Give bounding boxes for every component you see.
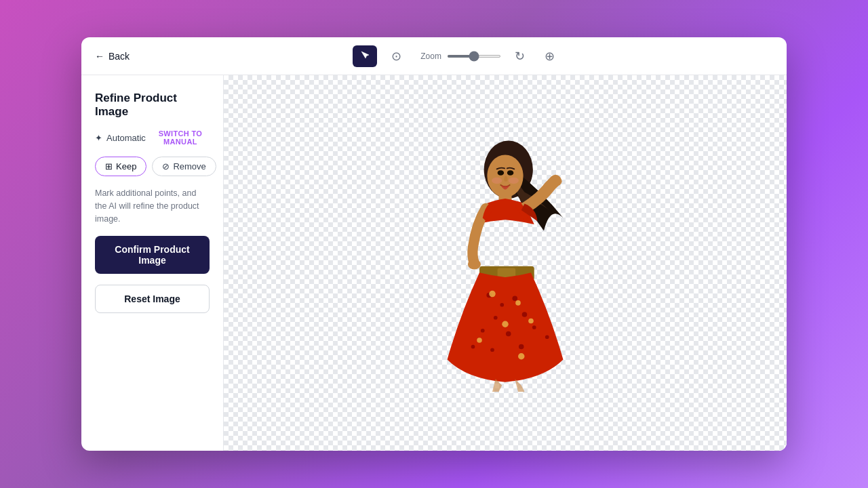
svg-point-26 <box>509 178 519 184</box>
svg-point-24 <box>507 170 514 176</box>
back-arrow-icon: ← <box>95 51 104 62</box>
svg-point-12 <box>532 325 536 329</box>
svg-point-18 <box>515 300 521 306</box>
svg-point-19 <box>502 321 509 328</box>
svg-point-8 <box>494 316 498 320</box>
remove-label: Remove <box>173 161 205 171</box>
hint-text: Mark additional points, and the AI will … <box>95 187 210 225</box>
svg-point-6 <box>500 303 504 307</box>
svg-point-21 <box>528 319 534 324</box>
toolbar: ← Back ⊙ Zoom ↻ ⊕ <box>81 37 787 75</box>
automatic-mode-label: ✦ Automatic <box>95 133 146 143</box>
zoom-label: Zoom <box>420 52 441 61</box>
confirm-button[interactable]: Confirm Product Image <box>95 236 210 274</box>
svg-point-23 <box>498 170 505 176</box>
svg-point-20 <box>477 338 482 343</box>
sidebar: Refine Product Image ✦ Automatic SWITCH … <box>81 75 224 451</box>
product-image-container <box>390 134 620 392</box>
svg-point-28 <box>468 259 481 269</box>
back-label: Back <box>108 51 130 62</box>
action-buttons: ⊞ Keep ⊘ Remove <box>95 157 210 176</box>
mode-text: Automatic <box>106 133 146 143</box>
zoom-slider[interactable] <box>447 55 501 58</box>
zoom-control: Zoom <box>420 52 501 61</box>
toolbar-center: ⊙ Zoom ↻ ⊕ <box>140 45 773 67</box>
app-window: ← Back ⊙ Zoom ↻ ⊕ <box>81 37 787 451</box>
sparkle-icon: ✦ <box>95 133 102 143</box>
svg-point-9 <box>522 312 528 317</box>
eraser-icon: ⊙ <box>391 49 401 64</box>
svg-point-16 <box>545 335 549 339</box>
switch-to-manual-button[interactable]: SWITCH TO MANUAL <box>151 129 210 146</box>
svg-point-7 <box>512 296 517 301</box>
sidebar-title: Refine Product Image <box>95 92 210 119</box>
svg-point-17 <box>489 291 496 298</box>
product-image-svg <box>390 134 620 392</box>
svg-point-11 <box>506 331 511 337</box>
svg-point-13 <box>490 348 494 352</box>
mode-row: ✦ Automatic SWITCH TO MANUAL <box>95 129 210 146</box>
keep-icon: ⊞ <box>105 161 113 171</box>
keep-label: Keep <box>116 161 136 171</box>
eraser-tool-button[interactable]: ⊙ <box>385 45 407 67</box>
remove-icon: ⊘ <box>162 161 170 171</box>
cursor-icon <box>360 50 370 62</box>
canvas-area[interactable] <box>224 75 787 451</box>
svg-point-15 <box>471 345 475 349</box>
main-content: Refine Product Image ✦ Automatic SWITCH … <box>81 75 787 451</box>
keep-button[interactable]: ⊞ Keep <box>95 157 146 176</box>
svg-point-10 <box>481 329 485 333</box>
svg-point-22 <box>518 353 525 360</box>
rotate-tool-button[interactable]: ↻ <box>509 45 531 67</box>
target-tool-button[interactable]: ⊕ <box>539 45 561 67</box>
rotate-icon: ↻ <box>515 49 525 64</box>
reset-button[interactable]: Reset Image <box>95 285 210 313</box>
cursor-tool-button[interactable] <box>353 45 377 67</box>
back-button[interactable]: ← Back <box>95 51 130 62</box>
svg-point-14 <box>519 344 524 350</box>
target-icon: ⊕ <box>545 49 555 64</box>
svg-point-25 <box>492 178 502 184</box>
remove-button[interactable]: ⊘ Remove <box>152 157 216 176</box>
svg-point-27 <box>549 176 562 186</box>
